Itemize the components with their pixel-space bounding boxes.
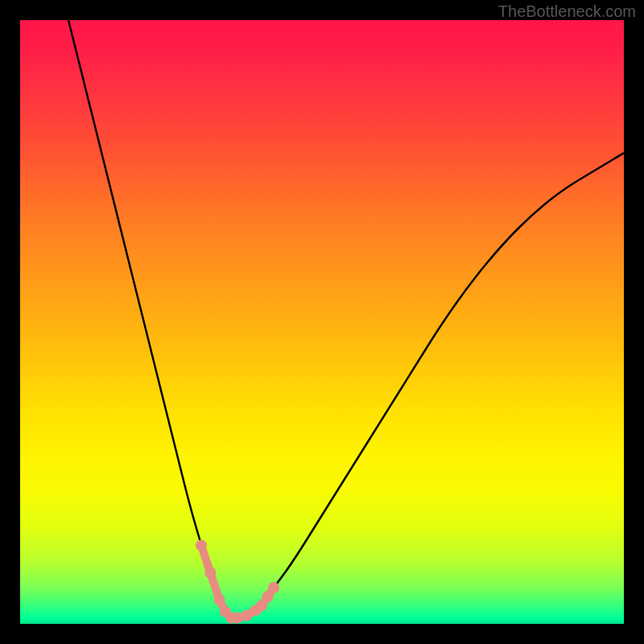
svg-point-2 — [214, 594, 225, 605]
chart-svg — [20, 20, 624, 624]
bottleneck-curve — [68, 20, 624, 618]
svg-point-10 — [268, 582, 279, 593]
svg-point-0 — [196, 540, 207, 551]
trough-markers — [196, 540, 279, 624]
svg-point-1 — [204, 567, 216, 578]
watermark-text: TheBottleneck.com — [498, 2, 636, 21]
chart-container: TheBottleneck.com — [0, 0, 644, 644]
